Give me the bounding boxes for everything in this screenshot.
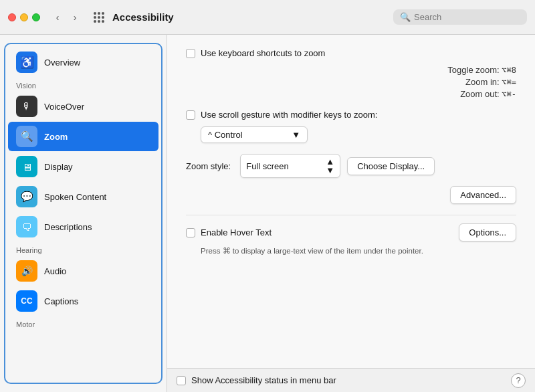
keyboard-shortcuts-row: Use keyboard shortcuts to zoom — [186, 48, 516, 58]
sidebar-item-spoken-content[interactable]: 💬 Spoken Content — [8, 182, 158, 211]
bottom-bar-left: Show Accessibility status in menu bar — [177, 375, 336, 385]
updown-arrows-icon: ▲ ▼ — [326, 157, 334, 175]
search-icon: 🔍 — [400, 12, 411, 22]
show-status-label: Show Accessibility status in menu bar — [191, 375, 336, 385]
sidebar-item-label: VoiceOver — [44, 102, 84, 112]
sidebar-item-display[interactable]: 🖥 Display — [8, 152, 158, 181]
zoom-out-row: Zoom out: ⌥⌘- — [201, 89, 516, 99]
apps-grid-icon[interactable] — [94, 12, 104, 23]
zoom-icon: 🔍 — [16, 126, 37, 147]
audio-icon: 🔊 — [16, 260, 37, 282]
zoom-out-label: Zoom out: — [460, 89, 500, 99]
modifier-value: ^ Control — [208, 130, 243, 140]
search-input[interactable] — [414, 12, 514, 22]
hover-text-label: Enable Hover Text — [201, 227, 272, 237]
bottom-bar: Show Accessibility status in menu bar ? — [167, 368, 535, 392]
zoom-out-shortcut: ⌥⌘- — [502, 90, 516, 99]
toggle-zoom-row: Toggle zoom: ⌥⌘8 — [201, 65, 516, 75]
back-button[interactable]: ‹ — [49, 9, 66, 25]
descriptions-icon: 🗨 — [16, 216, 37, 237]
sidebar-item-label: Spoken Content — [44, 192, 106, 202]
nav-arrows: ‹ › — [49, 9, 83, 25]
sidebar-item-label: Descriptions — [44, 222, 92, 232]
sidebar-item-overview[interactable]: ♿ Overview — [8, 47, 158, 77]
search-bar[interactable]: 🔍 — [393, 9, 527, 25]
divider — [186, 215, 516, 215]
sidebar-item-label: Audio — [44, 266, 66, 276]
hover-description: Press ⌘ to display a large-text view of … — [201, 246, 516, 257]
sidebar-item-label: Captions — [44, 296, 78, 306]
scroll-gesture-label: Use scroll gesture with modifier keys to… — [201, 110, 377, 120]
toggle-zoom-shortcut: ⌥⌘8 — [502, 66, 516, 75]
sidebar-item-descriptions[interactable]: 🗨 Descriptions — [8, 212, 158, 241]
sidebar-item-captions[interactable]: CC Captions — [8, 286, 158, 316]
modifier-dropdown[interactable]: ^ Control ▼ — [201, 126, 308, 143]
shortcut-block: Toggle zoom: ⌥⌘8 Zoom in: ⌥⌘= Zoom out: … — [201, 65, 516, 99]
window-title: Accessibility — [112, 11, 388, 23]
minimize-button[interactable] — [20, 13, 28, 21]
hover-text-left: Enable Hover Text — [186, 227, 272, 237]
sidebar-item-audio[interactable]: 🔊 Audio — [8, 256, 158, 286]
maximize-button[interactable] — [32, 13, 40, 21]
advanced-button[interactable]: Advanced... — [450, 186, 516, 204]
close-button[interactable] — [8, 13, 16, 21]
scroll-gesture-row: Use scroll gesture with modifier keys to… — [186, 110, 516, 120]
zoom-style-row: Zoom style: Full screen ▲ ▼ Choose Displ… — [186, 154, 516, 178]
keyboard-shortcuts-label: Use keyboard shortcuts to zoom — [201, 48, 325, 58]
spoken-content-icon: 💬 — [16, 186, 37, 207]
show-status-checkbox[interactable] — [177, 376, 186, 385]
advanced-row: Advanced... — [186, 186, 516, 204]
titlebar: ‹ › Accessibility 🔍 — [0, 0, 535, 35]
section-label-hearing: Hearing — [5, 242, 161, 256]
sidebar-item-voiceover[interactable]: 🎙 VoiceOver — [8, 92, 158, 121]
keyboard-shortcuts-checkbox[interactable] — [186, 49, 195, 58]
overview-icon: ♿ — [16, 52, 37, 73]
section-label-motor: Motor — [5, 316, 161, 330]
forward-button[interactable]: › — [67, 9, 83, 25]
section-label-vision: Vision — [5, 78, 161, 91]
zoom-style-label: Zoom style: — [186, 161, 231, 171]
main-content: ♿ Overview Vision 🎙 VoiceOver 🔍 Zoom — [0, 35, 535, 392]
zoom-in-label: Zoom in: — [465, 77, 500, 87]
help-button[interactable]: ? — [511, 373, 526, 388]
scroll-gesture-checkbox[interactable] — [186, 110, 195, 120]
settings-panel: Use keyboard shortcuts to zoom Toggle zo… — [167, 35, 535, 368]
modifier-dropdown-row: ^ Control ▼ — [201, 126, 516, 143]
zoom-in-row: Zoom in: ⌥⌘= — [201, 77, 516, 87]
zoom-style-value: Full screen — [246, 161, 289, 171]
sidebar-item-label: Zoom — [44, 132, 68, 142]
sidebar-item-label: Display — [44, 162, 73, 172]
display-icon: 🖥 — [16, 156, 37, 177]
hover-text-row: Enable Hover Text Options... — [186, 223, 516, 241]
dropdown-arrow-icon: ▼ — [292, 130, 300, 140]
choose-display-button[interactable]: Choose Display... — [347, 157, 435, 175]
options-button[interactable]: Options... — [459, 223, 516, 241]
sidebar: ♿ Overview Vision 🎙 VoiceOver 🔍 Zoom — [0, 35, 167, 392]
sidebar-item-label: Overview — [44, 58, 80, 68]
hover-text-checkbox[interactable] — [186, 228, 195, 237]
captions-icon: CC — [16, 290, 37, 312]
toggle-zoom-label: Toggle zoom: — [447, 65, 499, 75]
sidebar-item-zoom[interactable]: 🔍 Zoom — [8, 122, 158, 151]
voiceover-icon: 🎙 — [16, 96, 37, 117]
content-area: Use keyboard shortcuts to zoom Toggle zo… — [167, 35, 535, 392]
sidebar-border: ♿ Overview Vision 🎙 VoiceOver 🔍 Zoom — [4, 43, 163, 384]
zoom-style-select[interactable]: Full screen ▲ ▼ — [240, 154, 340, 178]
traffic-lights — [8, 13, 40, 21]
zoom-in-shortcut: ⌥⌘= — [502, 78, 516, 87]
